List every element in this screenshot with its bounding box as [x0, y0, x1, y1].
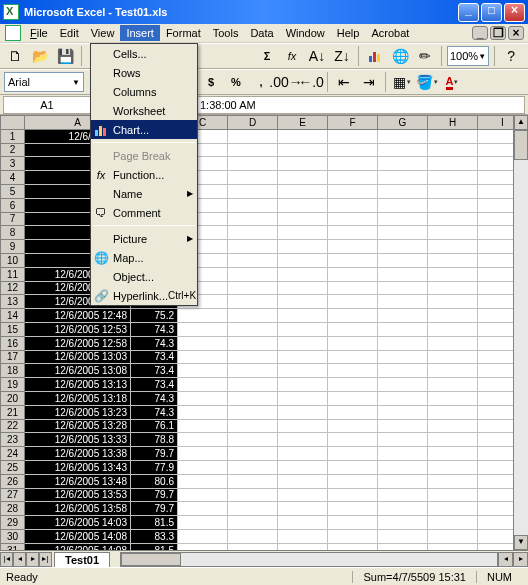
- cell-F13[interactable]: [328, 295, 378, 309]
- cell-H10[interactable]: [428, 253, 478, 267]
- row-header-22[interactable]: 22: [1, 419, 25, 433]
- row-header-3[interactable]: 3: [1, 157, 25, 171]
- cell-D18[interactable]: [228, 364, 278, 378]
- cell-C31[interactable]: [178, 543, 228, 550]
- cell-G10[interactable]: [378, 253, 428, 267]
- cell-H22[interactable]: [428, 419, 478, 433]
- row-header-9[interactable]: 9: [1, 240, 25, 254]
- cell-E9[interactable]: [278, 240, 328, 254]
- row-header-24[interactable]: 24: [1, 447, 25, 461]
- cell-E15[interactable]: [278, 322, 328, 336]
- cell-H29[interactable]: [428, 516, 478, 530]
- cell-B25[interactable]: 77.9: [131, 460, 178, 474]
- cell-B24[interactable]: 79.7: [131, 447, 178, 461]
- horizontal-scroll-thumb[interactable]: [121, 553, 181, 566]
- cell-E16[interactable]: [278, 336, 328, 350]
- row-header-14[interactable]: 14: [1, 309, 25, 323]
- cell-H23[interactable]: [428, 433, 478, 447]
- cell-E17[interactable]: [278, 350, 328, 364]
- cell-H25[interactable]: [428, 460, 478, 474]
- cell-H24[interactable]: [428, 447, 478, 461]
- cell-B15[interactable]: 74.3: [131, 322, 178, 336]
- cell-A19[interactable]: 12/6/2005 13:13: [25, 378, 131, 392]
- minimize-button[interactable]: _: [458, 3, 479, 22]
- cell-G23[interactable]: [378, 433, 428, 447]
- cell-H16[interactable]: [428, 336, 478, 350]
- currency-button[interactable]: $: [200, 71, 222, 93]
- cell-E13[interactable]: [278, 295, 328, 309]
- cell-E30[interactable]: [278, 529, 328, 543]
- cell-D14[interactable]: [228, 309, 278, 323]
- tab-last-button[interactable]: ▸|: [39, 552, 52, 567]
- cell-H8[interactable]: [428, 226, 478, 240]
- cell-F8[interactable]: [328, 226, 378, 240]
- cell-F9[interactable]: [328, 240, 378, 254]
- function-button[interactable]: fx: [281, 45, 303, 67]
- cell-H27[interactable]: [428, 488, 478, 502]
- new-button[interactable]: 🗋: [4, 45, 26, 67]
- cell-D25[interactable]: [228, 460, 278, 474]
- cell-H17[interactable]: [428, 350, 478, 364]
- cell-G2[interactable]: [378, 143, 428, 157]
- row-header-6[interactable]: 6: [1, 198, 25, 212]
- menu-rows[interactable]: Rows: [91, 63, 197, 82]
- cell-H19[interactable]: [428, 378, 478, 392]
- cell-H4[interactable]: [428, 171, 478, 185]
- cell-H20[interactable]: [428, 391, 478, 405]
- cell-D4[interactable]: [228, 171, 278, 185]
- cell-D7[interactable]: [228, 212, 278, 226]
- cell-C18[interactable]: [178, 364, 228, 378]
- cell-C24[interactable]: [178, 447, 228, 461]
- cell-D13[interactable]: [228, 295, 278, 309]
- cell-E20[interactable]: [278, 391, 328, 405]
- cell-D27[interactable]: [228, 488, 278, 502]
- cell-G15[interactable]: [378, 322, 428, 336]
- font-color-button[interactable]: A▾: [441, 71, 463, 93]
- cell-G24[interactable]: [378, 447, 428, 461]
- menu-data[interactable]: Data: [244, 25, 279, 41]
- cell-G14[interactable]: [378, 309, 428, 323]
- cell-G17[interactable]: [378, 350, 428, 364]
- help-button[interactable]: ?: [500, 45, 522, 67]
- cell-F26[interactable]: [328, 474, 378, 488]
- col-header-G[interactable]: G: [378, 116, 428, 130]
- row-header-17[interactable]: 17: [1, 350, 25, 364]
- spreadsheet-grid[interactable]: ABCDEFGHI112/6/2005 11212/6/20312/6/2041…: [0, 115, 528, 550]
- cell-F23[interactable]: [328, 433, 378, 447]
- cell-G4[interactable]: [378, 171, 428, 185]
- row-header-5[interactable]: 5: [1, 184, 25, 198]
- cell-G12[interactable]: [378, 281, 428, 295]
- row-header-18[interactable]: 18: [1, 364, 25, 378]
- row-header-30[interactable]: 30: [1, 529, 25, 543]
- row-header-8[interactable]: 8: [1, 226, 25, 240]
- cell-A31[interactable]: 12/6/2005 14:08: [25, 543, 131, 550]
- cell-A18[interactable]: 12/6/2005 13:08: [25, 364, 131, 378]
- row-header-4[interactable]: 4: [1, 171, 25, 185]
- cell-F25[interactable]: [328, 460, 378, 474]
- cell-D1[interactable]: [228, 129, 278, 143]
- cell-A24[interactable]: 12/6/2005 13:38: [25, 447, 131, 461]
- cell-E8[interactable]: [278, 226, 328, 240]
- cell-G28[interactable]: [378, 502, 428, 516]
- cell-F19[interactable]: [328, 378, 378, 392]
- menu-help[interactable]: Help: [331, 25, 366, 41]
- cell-H3[interactable]: [428, 157, 478, 171]
- cell-B21[interactable]: 74.3: [131, 405, 178, 419]
- row-header-20[interactable]: 20: [1, 391, 25, 405]
- increase-decimal-button[interactable]: .00→: [275, 71, 297, 93]
- cell-H2[interactable]: [428, 143, 478, 157]
- cell-G8[interactable]: [378, 226, 428, 240]
- cell-B17[interactable]: 73.4: [131, 350, 178, 364]
- row-header-11[interactable]: 11: [1, 267, 25, 281]
- menu-view[interactable]: View: [85, 25, 121, 41]
- menu-acrobat[interactable]: Acrobat: [365, 25, 415, 41]
- cell-G6[interactable]: [378, 198, 428, 212]
- doc-control-icon[interactable]: [5, 25, 21, 41]
- cell-D16[interactable]: [228, 336, 278, 350]
- cell-D28[interactable]: [228, 502, 278, 516]
- sheet-tab-test01[interactable]: Test01: [54, 552, 110, 567]
- cell-D11[interactable]: [228, 267, 278, 281]
- row-header-1[interactable]: 1: [1, 129, 25, 143]
- formula-edit[interactable]: 1:38:00 AM: [196, 96, 525, 114]
- tab-prev-button[interactable]: ◂: [13, 552, 26, 567]
